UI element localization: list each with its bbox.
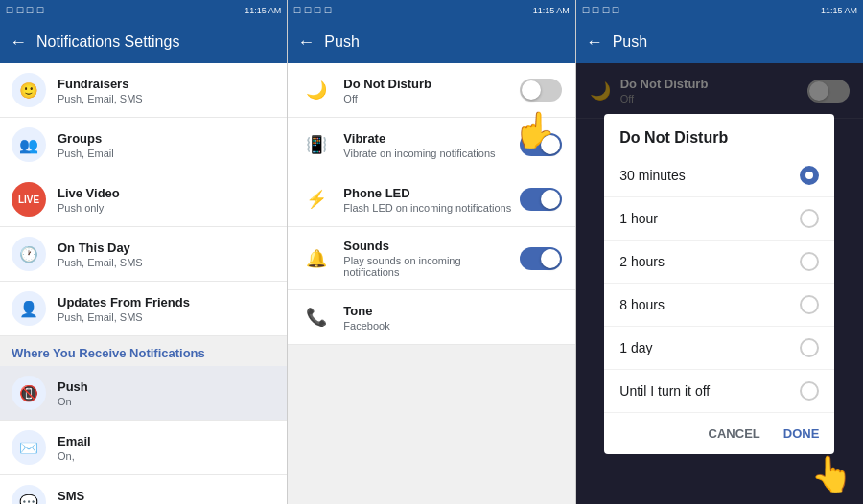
toggle-sounds[interactable] (520, 247, 562, 270)
status-time-1: 11:15 AM (245, 6, 281, 15)
toolbar-title-2: Push (324, 34, 359, 51)
modal-option-until-off[interactable]: Until I turn it off (604, 370, 834, 413)
status-right-2: 11:15 AM (533, 6, 570, 15)
notif-item-live[interactable]: LIVE Live Video Push only (0, 172, 287, 227)
status-left-1: ☐ ☐ ☐ ☐ (6, 6, 44, 15)
tone-icon: 📞 (301, 302, 332, 332)
toggle-led[interactable] (520, 188, 562, 211)
channel-sub-email: On, (58, 450, 91, 462)
channel-icon-sms: 💬 (12, 485, 46, 504)
notif-icon-day: 🕐 (12, 237, 46, 271)
radio-1hour[interactable] (800, 209, 819, 228)
radio-1day[interactable] (800, 338, 819, 357)
push-text-dnd: Do Not Disturb Off (343, 77, 432, 104)
channel-text-email: Email On, (58, 434, 91, 462)
modal-option-2hours[interactable]: 2 hours (604, 241, 834, 284)
modal-option-label-2hours: 2 hours (619, 254, 665, 269)
push-item-led[interactable]: ⚡ Phone LED Flash LED on incoming notifi… (288, 172, 574, 227)
modal-option-label-1hour: 1 hour (619, 211, 658, 226)
channel-text-sms: SMS SMS not activated • Turn on SMS (58, 489, 214, 505)
channel-email[interactable]: ✉️ Email On, (0, 421, 287, 475)
modal-option-1hour[interactable]: 1 hour (604, 197, 834, 241)
push-item-vibrate[interactable]: 📳 Vibrate Vibrate on incoming notificati… (288, 118, 574, 172)
notif-item-groups[interactable]: 👥 Groups Push, Email (0, 118, 287, 172)
notif-item-day[interactable]: 🕐 On This Day Push, Email, SMS (0, 227, 287, 282)
modal-option-8hours[interactable]: 8 hours (604, 284, 834, 327)
radio-30min[interactable] (800, 166, 819, 185)
led-icon: ⚡ (301, 184, 332, 215)
push-dark-content: 🌙 Do Not Disturb Off Do Not Disturb 30 m… (576, 63, 863, 504)
notif-text-groups: Groups Push, Email (58, 131, 114, 159)
channel-sub-push: On (58, 396, 88, 407)
back-button-3[interactable]: ← (586, 33, 603, 53)
push-sub-tone: Facebook (343, 320, 389, 332)
push-item-vibrate-left: 📳 Vibrate Vibrate on incoming notificati… (301, 129, 495, 160)
sounds-icon: 🔔 (301, 243, 332, 274)
push-sub-sounds: Play sounds on incoming notifications (343, 255, 519, 278)
modal-actions: CANCEL DONE (604, 413, 834, 454)
status-bar-3: ☐ ☐ ☐ ☐ 11:15 AM (576, 0, 863, 21)
channel-icon-push: 📵 (12, 376, 46, 410)
toolbar-3: ← Push (576, 21, 863, 63)
panel-push: ☐ ☐ ☐ ☐ 11:15 AM ← Push 🌙 Do Not Disturb… (288, 0, 575, 504)
modal-option-30min[interactable]: 30 minutes (604, 154, 834, 197)
push-sub-vibrate: Vibrate on incoming notifications (343, 148, 495, 159)
channel-name-sms: SMS (58, 489, 214, 503)
push-item-led-left: ⚡ Phone LED Flash LED on incoming notifi… (301, 184, 511, 215)
notif-name-live: Live Video (58, 186, 120, 200)
back-button-1[interactable]: ← (10, 33, 27, 53)
status-time-2: 11:15 AM (533, 6, 570, 15)
channel-sms[interactable]: 💬 SMS SMS not activated • Turn on SMS (0, 475, 287, 504)
modal-option-1day[interactable]: 1 day (604, 327, 834, 370)
push-item-tone[interactable]: 📞 Tone Facebook (288, 290, 574, 345)
notif-icon-live: LIVE (12, 182, 46, 217)
push-item-dnd[interactable]: 🌙 Do Not Disturb Off (288, 63, 574, 118)
push-name-tone: Tone (343, 304, 389, 318)
toggle-dnd[interactable] (520, 79, 562, 102)
channel-icon-email: ✉️ (12, 430, 46, 465)
modal-title: Do Not Disturb (604, 114, 834, 154)
status-right-1: 11:15 AM (245, 6, 281, 15)
push-item-dnd-left: 🌙 Do Not Disturb Off (301, 75, 432, 105)
notif-text-day: On This Day Push, Email, SMS (58, 241, 143, 268)
push-text-led: Phone LED Flash LED on incoming notifica… (343, 186, 511, 214)
notif-item-friends[interactable]: 👤 Updates From Friends Push, Email, SMS (0, 282, 287, 336)
push-name-sounds: Sounds (343, 239, 519, 253)
radio-until-off[interactable] (800, 381, 819, 401)
push-settings-list: 🌙 Do Not Disturb Off 📳 Vibrate Vibrate o… (288, 63, 574, 504)
notif-sub-groups: Push, Email (58, 148, 114, 159)
modal-option-label-until-off: Until I turn it off (619, 383, 710, 399)
notif-name-day: On This Day (58, 241, 143, 255)
push-name-dnd: Do Not Disturb (343, 77, 432, 91)
channel-push[interactable]: 📵 Push On (0, 366, 287, 421)
toggle-thumb-vibrate (541, 135, 560, 154)
section-header-channels: Where You Receive Notifications (0, 336, 287, 366)
channel-name-push: Push (58, 379, 88, 394)
push-item-sounds[interactable]: 🔔 Sounds Play sounds on incoming notific… (288, 227, 574, 290)
push-text-sounds: Sounds Play sounds on incoming notificat… (343, 239, 519, 278)
modal-done-button[interactable]: DONE (783, 423, 820, 445)
push-sub-dnd: Off (343, 93, 432, 104)
notif-sub-friends: Push, Email, SMS (58, 311, 190, 323)
toggle-vibrate[interactable] (520, 133, 562, 156)
notif-text-live: Live Video Push only (58, 186, 120, 214)
toolbar-2: ← Push (288, 21, 574, 63)
modal-cancel-button[interactable]: CANCEL (709, 423, 760, 445)
notif-item-fundraisers[interactable]: 🙂 Fundraisers Push, Email, SMS (0, 63, 287, 118)
toggle-thumb-dnd (522, 80, 541, 100)
push-text-vibrate: Vibrate Vibrate on incoming notification… (343, 131, 495, 159)
sb-icons-2: ☐ ☐ ☐ ☐ (293, 6, 332, 15)
push-item-tone-left: 📞 Tone Facebook (301, 302, 389, 332)
panel-notifications-settings: ☐ ☐ ☐ ☐ 11:15 AM ← Notifications Setting… (0, 0, 288, 504)
notif-name-groups: Groups (58, 131, 114, 146)
modal-option-label-30min: 30 minutes (619, 168, 685, 183)
radio-2hours[interactable] (800, 252, 819, 271)
radio-8hours[interactable] (800, 295, 819, 314)
notif-icon-groups: 👥 (12, 127, 46, 162)
toolbar-1: ← Notifications Settings (0, 21, 287, 63)
status-left-3: ☐ ☐ ☐ ☐ (582, 6, 620, 15)
push-sub-led: Flash LED on incoming notifications (343, 202, 511, 214)
channel-name-email: Email (58, 434, 91, 448)
status-right-3: 11:15 AM (821, 6, 857, 15)
back-button-2[interactable]: ← (297, 33, 315, 53)
